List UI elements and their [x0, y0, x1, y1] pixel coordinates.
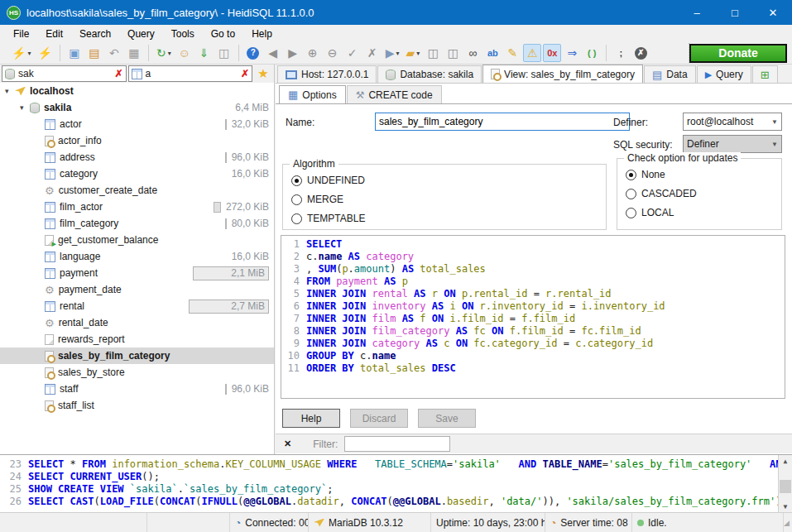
bind-parameters-button[interactable]: ⇒ — [563, 44, 581, 62]
tab-data[interactable]: Data — [644, 65, 696, 83]
tree-item-customer_create_date[interactable]: customer_create_date — [0, 182, 274, 199]
export-database-button[interactable]: ⇓ — [195, 44, 214, 62]
table-filter[interactable]: a ✗ — [128, 65, 253, 82]
tree-item-sakila[interactable]: ▾sakila6,4 MiB — [0, 99, 274, 116]
save-blob-button[interactable]: ◫ — [215, 44, 233, 62]
paste-button[interactable]: ▤ — [85, 44, 103, 62]
close-filter-icon[interactable]: ✕ — [284, 439, 291, 449]
resize-grip-icon[interactable]: ◢ — [784, 519, 792, 527]
tree-item-language[interactable]: language16,0 KiB — [0, 248, 274, 265]
log-scrollbar[interactable]: ▲ ▼ — [778, 455, 792, 512]
reformat-sql-button[interactable]: ( ) — [583, 44, 601, 62]
check-option-option-cascaded[interactable]: CASCADED — [626, 188, 781, 199]
insert-row-button[interactable]: ⊕ — [304, 44, 322, 62]
tree-item-get_customer_balance[interactable]: get_customer_balance — [0, 232, 274, 248]
print-button[interactable]: ▦ — [125, 44, 143, 62]
save-sql-button[interactable]: ◫ — [424, 44, 442, 62]
tab-host-127-0-0-1[interactable]: Host: 127.0.0.1 — [277, 65, 377, 83]
definer-combobox[interactable]: root@localhost ▼ — [683, 113, 782, 131]
copy-button[interactable]: ▣ — [65, 44, 84, 62]
menu-item-go-to[interactable]: Go to — [203, 26, 243, 41]
tree-item-actor_info[interactable]: actor_info — [0, 132, 274, 149]
first-row-button[interactable]: ◀ — [264, 44, 282, 62]
scroll-thumb[interactable] — [780, 480, 791, 493]
help-button[interactable]: ? — [244, 44, 262, 62]
tree-item-actor[interactable]: actor32,0 KiB — [0, 116, 274, 132]
algorithm-option-merge[interactable]: MERGE — [291, 194, 606, 205]
tree-item-payment[interactable]: payment2,1 MiB — [0, 265, 274, 281]
delete-row-button[interactable]: ⊖ — [324, 44, 342, 62]
post-changes-button[interactable]: ✓ — [343, 44, 362, 62]
toggle-warnings-button[interactable]: ⚠ — [523, 44, 541, 62]
algorithm-option-undefined[interactable]: UNDEFINED — [291, 175, 606, 186]
stop-button[interactable]: ✗ — [631, 44, 650, 62]
discard-button[interactable]: Discard — [350, 409, 408, 428]
sql-editor[interactable]: 1SELECT2c.name AS category3, SUM(p.amoun… — [281, 235, 785, 399]
dropdown-arrow-icon[interactable]: ▾ — [27, 50, 31, 57]
undo-button[interactable]: ↶ — [105, 44, 123, 62]
menu-item-file[interactable]: File — [5, 26, 37, 41]
find-button[interactable]: ∞ — [463, 44, 482, 62]
radio-button[interactable] — [291, 194, 302, 205]
delimiter-button[interactable]: ; — [612, 44, 630, 62]
view-name-input[interactable] — [375, 113, 630, 131]
save-sql-as-button[interactable]: ◫ — [444, 44, 462, 62]
dropdown-arrow-icon[interactable]: ▾ — [168, 50, 171, 57]
scroll-up-icon[interactable]: ▲ — [779, 455, 792, 467]
tab-query[interactable]: Query — [697, 65, 751, 83]
radio-button[interactable] — [626, 189, 636, 199]
tree-item-rental[interactable]: rental2,7 MiB — [0, 298, 274, 314]
check-option-option-none[interactable]: None — [626, 169, 781, 180]
tree-item-staff[interactable]: staff96,0 KiB — [0, 381, 274, 397]
check-option-option-local[interactable]: LOCAL — [626, 207, 781, 218]
tree-item-localhost[interactable]: ▾localhost — [0, 83, 274, 99]
tree-item-category[interactable]: category16,0 KiB — [0, 165, 274, 182]
help-button[interactable]: Help — [282, 409, 340, 428]
database-filter[interactable]: sak ✗ — [2, 65, 127, 82]
radio-button[interactable] — [291, 175, 302, 186]
replace-button[interactable]: ab — [483, 44, 502, 62]
clear-database-filter-icon[interactable]: ✗ — [114, 68, 122, 79]
session-manager-button[interactable]: ⚡▾ — [9, 44, 33, 62]
menu-item-edit[interactable]: Edit — [37, 26, 71, 41]
highlight-button[interactable]: ✎ — [503, 44, 521, 62]
tab-database-sakila[interactable]: Database: sakila — [377, 65, 482, 83]
tree-item-film_category[interactable]: film_category80,0 KiB — [0, 215, 274, 232]
minimize-button[interactable]: – — [678, 0, 716, 25]
tree-item-payment_date[interactable]: payment_date — [0, 281, 274, 298]
close-button[interactable]: ✕ — [754, 0, 792, 25]
subtab-options[interactable]: Options — [279, 85, 346, 103]
filter-input[interactable] — [344, 436, 450, 452]
open-sql-file-button[interactable]: ▰▾ — [404, 44, 423, 62]
clear-table-filter-icon[interactable]: ✗ — [241, 68, 249, 79]
tree-item-rental_date[interactable]: rental_date — [0, 314, 274, 331]
run-query-button[interactable]: ▶▾ — [383, 44, 402, 62]
last-row-button[interactable]: ▶ — [284, 44, 302, 62]
sql-security-combobox[interactable]: Definer ▼ — [683, 135, 782, 153]
radio-button[interactable] — [626, 208, 636, 218]
subtab-create-code[interactable]: CREATE code — [347, 85, 442, 103]
radio-button[interactable] — [626, 170, 636, 180]
tree-item-staff_list[interactable]: staff_list — [0, 397, 274, 414]
tree-item-rewards_report[interactable]: rewards_report — [0, 331, 274, 347]
radio-button[interactable] — [291, 213, 302, 224]
menu-item-search[interactable]: Search — [71, 26, 119, 41]
tree-item-sales_by_film_category[interactable]: sales_by_film_category — [0, 347, 274, 364]
menu-item-help[interactable]: Help — [243, 26, 281, 41]
donate-button[interactable]: Donate — [689, 44, 787, 63]
tree-item-address[interactable]: address96,0 KiB — [0, 149, 274, 165]
tab-view-sales-by-film-category[interactable]: View: sales_by_film_category — [482, 65, 643, 83]
maximize-button[interactable]: □ — [716, 0, 754, 25]
new-query-tab-button[interactable] — [752, 65, 778, 83]
expand-chevron-icon[interactable]: ▾ — [20, 103, 28, 112]
favorites-star-icon[interactable]: ★ — [254, 66, 272, 81]
scroll-down-icon[interactable]: ▼ — [779, 501, 792, 512]
algorithm-option-temptable[interactable]: TEMPTABLE — [291, 213, 606, 224]
menu-item-tools[interactable]: Tools — [163, 26, 203, 41]
save-button[interactable]: Save — [418, 409, 476, 428]
cancel-changes-button[interactable]: ✗ — [363, 44, 382, 62]
dropdown-arrow-icon[interactable]: ▾ — [396, 50, 399, 57]
disconnect-button[interactable]: ⚡ — [35, 44, 54, 62]
menu-item-query[interactable]: Query — [119, 26, 163, 41]
expand-chevron-icon[interactable]: ▾ — [5, 87, 13, 95]
